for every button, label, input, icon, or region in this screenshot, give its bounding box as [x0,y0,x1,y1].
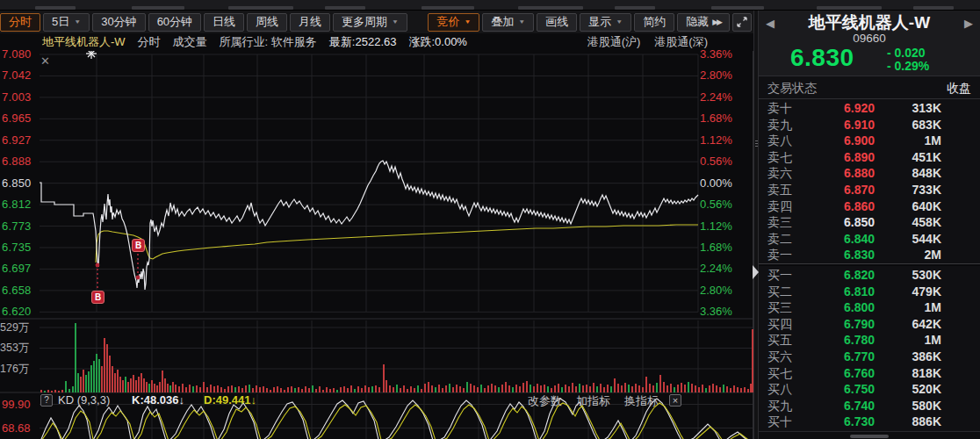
bid-row[interactable]: 买五6.7801M [759,332,980,349]
ask-row[interactable]: 卖八6.9001M [759,133,980,149]
quote-panel-header: ◀ ▶ 地平线机器人-W 09660 6.830 - 0.020- 0.29% [759,11,980,76]
chart-header: 地平线机器人-W 分时 成交量 所属行业: 软件服务 最新:2522.63 涨跌… [0,33,753,51]
kd-indicator-header: ? KD (9,3,3) K:48.036↓ D:49.441↓ 改参数加指标换… [0,393,753,408]
tool-button-隐藏[interactable]: 隐藏▶▶ [677,13,730,32]
percent-tick: 3.36% [700,305,742,319]
volume-tick: 353万 [0,342,35,355]
stock-code: 09660 [759,32,980,45]
period-button-日线[interactable]: 日线 [204,13,244,32]
period-button-30分钟[interactable]: 30分钟 [92,13,145,32]
kd-title: KD (9,3,3) [58,393,110,407]
ask-row[interactable]: 卖九6.910683K [759,117,980,133]
percent-tick: 1.68% [700,241,742,255]
percent-tick: 2.24% [700,90,742,104]
fullscreen-button[interactable] [732,13,752,32]
price-line [40,161,698,290]
chart-change-value: 涨跌:0.00% [408,34,466,50]
price-tick: 7.003 [2,90,37,104]
ask-row[interactable]: 卖二6.840544K [759,231,980,248]
level-volume: 458K [759,214,941,231]
level-volume: 451K [759,149,941,166]
period-button-更多周期[interactable]: 更多周期▼ [333,13,407,32]
ask-row[interactable]: 卖四6.860640K [759,198,980,215]
chart-zone[interactable]: ✕ 7.0807.0427.0036.9656.9276.8886.8506.8… [0,51,753,439]
level-volume: 580K [759,398,941,414]
kd-tick: 99.90 [2,398,37,411]
kd-action-换指标[interactable]: 换指标 [624,393,659,409]
ask-levels: 卖十6.920313K卖九6.910683K卖八6.9001M卖七6.89045… [759,100,980,263]
period-button-60分钟[interactable]: 60分钟 [148,13,201,32]
level-volume: 2M [759,247,941,263]
divider-grip-icon[interactable] [755,139,758,148]
ask-row[interactable]: 卖十6.920313K [759,100,980,117]
bid-row[interactable]: 买四6.790642K [759,316,980,333]
tool-button-竞价[interactable]: 竞价▼ [428,13,479,32]
price-tick: 6.773 [2,220,37,234]
kd-actions: 改参数加指标换指标 [528,393,659,409]
percent-tick: 0.56% [700,155,742,169]
ask-row[interactable]: 卖六6.880848K [759,165,980,182]
level-volume: 818K [759,365,941,382]
kd-action-改参数[interactable]: 改参数 [528,393,562,409]
price-tick: 7.080 [2,47,37,61]
last-price: 6.830 [790,44,854,72]
percent-tick: 1.12% [700,220,742,234]
chart-industry-label: 所属行业: 软件服务 [220,34,317,50]
price-tick: 6.965 [2,112,37,126]
percent-tick: 1.12% [700,133,742,148]
price-tick: 6.697 [2,262,37,276]
percent-tick: 3.36% [700,47,742,61]
bid-row[interactable]: 买三6.8001M [759,299,980,316]
kd-tick: 68.68 [2,421,37,435]
ask-row[interactable]: 卖五6.870733K [759,182,980,198]
connect-tag: 港股通(沪) [587,34,641,50]
price-tick: 6.735 [2,241,37,255]
level-volume: 530K [759,267,941,284]
level-volume: 313K [759,100,941,117]
kd-help-icon[interactable]: ? [40,394,53,407]
tool-button-叠加[interactable]: 叠加▼ [482,13,534,32]
kd-close-icon[interactable]: × [669,394,681,407]
trading-status-row: 交易状态 收盘 [759,76,980,99]
ask-row[interactable]: 卖七6.890451K [759,149,980,166]
tool-button-简约[interactable]: 简约 [634,13,674,32]
tool-button-画线[interactable]: 画线 [537,13,577,32]
level-volume: 386K [759,349,941,365]
ask-row[interactable]: 卖三6.850458K [759,214,980,231]
percent-tick: 0.56% [700,198,742,212]
bid-row[interactable]: 买七6.760818K [759,365,980,382]
level-volume: 544K [759,231,941,248]
percent-tick: 1.68% [700,112,742,126]
level-volume: 1M [759,299,941,316]
scrollbar-thumb[interactable] [850,435,889,438]
ask-row[interactable]: 卖一6.8302M [759,247,980,263]
bid-row[interactable]: 买十6.730886K [759,414,980,430]
quote-panel: ◀ ▶ 地平线机器人-W 09660 6.830 - 0.020- 0.29% … [759,11,980,439]
kd-action-加指标[interactable]: 加指标 [576,393,610,409]
panel-scrollbar[interactable] [759,431,980,439]
period-button-group: 分时5日▼30分钟60分钟日线周线月线更多周期▼ [0,13,410,32]
price-tick: 6.927 [2,133,37,148]
panel-expand-arrow-icon[interactable] [753,265,759,279]
bid-row[interactable]: 买八6.750520K [759,381,980,398]
level-volume: 479K [759,284,941,300]
percent-tick: 0.00% [700,176,742,191]
trading-app-window: 分时5日▼30分钟60分钟日线周线月线更多周期▼ 竞价▼叠加▼画线显示▼简约隐藏… [0,0,980,439]
period-button-周线[interactable]: 周线 [247,13,287,32]
kd-d-value: D:49.441↓ [204,393,256,407]
period-button-月线[interactable]: 月线 [290,13,330,32]
fullscreen-icon [736,16,748,28]
period-button-分时[interactable]: 分时 [0,13,40,32]
bid-row[interactable]: 买六6.770386K [759,349,980,365]
tool-button-显示[interactable]: 显示▼ [580,13,631,32]
chart-canvas[interactable] [0,51,753,439]
bid-row[interactable]: 买九6.740580K [759,398,980,414]
buy-marker-badge[interactable]: B [91,291,104,304]
bid-row[interactable]: 买二6.810479K [759,284,980,300]
level-volume: 1M [759,332,941,349]
close-icon[interactable]: ✕ [40,54,50,68]
bid-row[interactable]: 买一6.820530K [759,267,980,284]
connect-tags: 港股通(沪)港股通(深) [587,34,708,50]
period-button-5日[interactable]: 5日▼ [43,13,90,32]
buy-marker-badge[interactable]: B [132,239,145,252]
